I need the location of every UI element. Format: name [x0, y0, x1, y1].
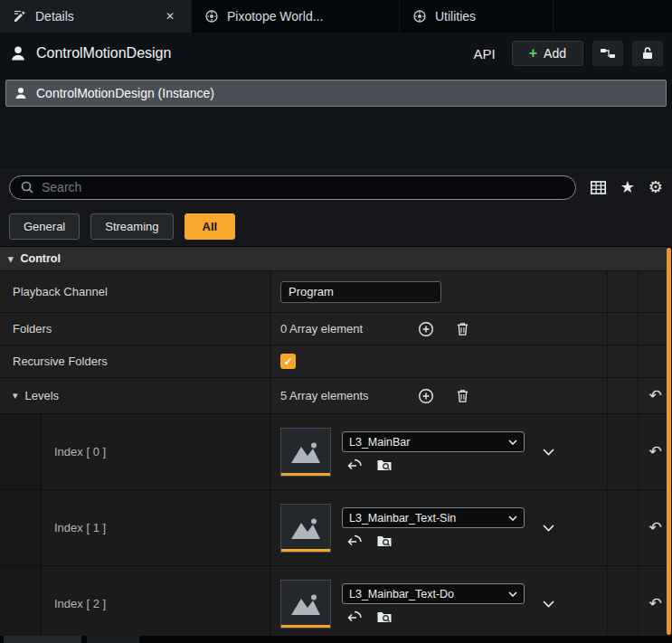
use-selected-asset-icon[interactable]: [346, 458, 363, 472]
tab-details[interactable]: Details ✕: [0, 0, 192, 33]
tab-pixotope-world[interactable]: Pixotope World...: [192, 0, 400, 33]
tab-details-label: Details: [35, 9, 74, 24]
chevron-down-icon[interactable]: ▾: [13, 390, 18, 402]
bottom-edge: [0, 636, 672, 643]
use-selected-asset-icon[interactable]: [346, 534, 363, 548]
row-playback-channel: Playback Channel: [0, 271, 672, 313]
header-actions: API + Add: [467, 41, 663, 66]
tab-utilities[interactable]: Utilities: [400, 0, 554, 33]
section-control[interactable]: ▾ Control: [0, 247, 672, 271]
add-button[interactable]: + Add: [512, 41, 583, 66]
reset-to-default-icon[interactable]: ↶: [648, 520, 661, 535]
instance-row[interactable]: ControlMotionDesign (Instance): [5, 80, 667, 107]
favorites-star-icon[interactable]: ★: [620, 179, 635, 195]
array-item-label: Index [ 2 ]: [0, 566, 271, 641]
scrollbar-track[interactable]: [667, 247, 672, 643]
bottom-tab-stub: [4, 636, 81, 643]
array-item-label: Index [ 0 ]: [0, 414, 271, 489]
spacer-cell: [607, 271, 638, 312]
utilities-tab-icon: [412, 9, 427, 24]
filter-row: General Streaming All: [0, 206, 672, 246]
pixotope-world-tab-icon: [204, 9, 219, 24]
add-element-icon[interactable]: [418, 321, 434, 337]
chevron-down-icon: [508, 440, 517, 445]
spacer-cell: [607, 345, 638, 377]
spacer-cell: [607, 566, 638, 641]
details-tab-icon: [13, 9, 27, 24]
expand-chevron-icon[interactable]: [543, 449, 554, 456]
spacer-cell: [607, 414, 638, 489]
array-item-label: Index [ 1 ]: [0, 490, 271, 565]
row-folders: Folders 0 Array element: [0, 313, 672, 345]
details-panel: Details ✕ Pixotope World... Utilities Co…: [0, 0, 672, 643]
actor-icon: [9, 44, 27, 62]
reset-to-default-icon[interactable]: ↶: [648, 596, 661, 611]
asset-select-dropdown[interactable]: L3_Mainbar_Text-Sin: [342, 507, 525, 528]
folders-count: 0 Array element: [280, 322, 407, 336]
levels-count: 5 Array elements: [280, 389, 407, 402]
search-row: ★ ⚙: [0, 168, 672, 206]
tab-utilities-label: Utilities: [435, 9, 476, 24]
tab-pixotope-world-label: Pixotope World...: [227, 9, 323, 24]
asset-name: L3_Mainbar_Text-Do: [349, 588, 503, 600]
property-label: Levels: [25, 389, 60, 402]
row-recursive-folders: Recursive Folders ✓: [0, 345, 672, 378]
chevron-down-icon: [508, 591, 517, 597]
plus-icon: +: [529, 46, 537, 61]
browse-to-asset-icon[interactable]: [376, 610, 393, 624]
spacer-cell: [607, 490, 638, 565]
property-label: Folders: [0, 313, 271, 345]
search-input[interactable]: [42, 180, 565, 194]
spacer-cell: [607, 313, 638, 345]
filter-all-button[interactable]: All: [185, 213, 236, 240]
use-selected-asset-icon[interactable]: [346, 610, 363, 624]
instance-list: ControlMotionDesign (Instance): [0, 74, 672, 168]
add-button-label: Add: [544, 46, 566, 61]
tab-bar: Details ✕ Pixotope World... Utilities: [0, 0, 672, 33]
expand-chevron-icon[interactable]: [543, 525, 554, 532]
bottom-tab-stub: [87, 636, 139, 643]
lock-button[interactable]: [632, 41, 663, 66]
filter-general-button[interactable]: General: [9, 213, 80, 240]
asset-name: L3_Mainbar_Text-Sin: [349, 512, 503, 525]
playback-channel-input[interactable]: [280, 281, 441, 303]
trash-icon[interactable]: [456, 388, 469, 403]
property-grid: ▾ Control Playback Channel Folders 0 Arr…: [0, 246, 672, 643]
instance-label: ControlMotionDesign (Instance): [36, 86, 214, 100]
asset-name: L3_MainBar: [349, 436, 503, 449]
asset-select-dropdown[interactable]: L3_Mainbar_Text-Do: [342, 583, 525, 604]
panel-header: ControlMotionDesign API + Add: [0, 33, 672, 74]
api-button[interactable]: API: [467, 43, 503, 65]
browse-to-asset-icon[interactable]: [376, 458, 393, 472]
node-graph-icon: [600, 47, 616, 60]
chevron-down-icon: [508, 515, 517, 521]
spacer-cell: [607, 378, 638, 413]
page-title: ControlMotionDesign: [36, 45, 171, 61]
row-level-item-0: Index [ 0 ] L3_MainBar: [0, 414, 672, 490]
recursive-folders-checkbox[interactable]: ✓: [280, 354, 296, 369]
expand-chevron-icon[interactable]: [543, 600, 554, 608]
property-matrix-icon[interactable]: [590, 179, 607, 196]
asset-thumbnail[interactable]: [280, 580, 331, 629]
filter-streaming-button[interactable]: Streaming: [90, 213, 173, 240]
scrollbar-thumb[interactable]: [667, 248, 671, 635]
blueprint-graph-button[interactable]: [592, 41, 623, 66]
actor-instance-icon: [14, 86, 28, 100]
lock-icon: [641, 46, 654, 61]
chevron-down-icon: ▾: [8, 253, 14, 265]
browse-to-asset-icon[interactable]: [376, 534, 393, 548]
row-levels: ▾ Levels 5 Array elements ↶: [0, 378, 672, 414]
check-icon: ✓: [283, 356, 292, 367]
reset-to-default-icon[interactable]: ↶: [648, 444, 661, 459]
search-box: [9, 175, 576, 200]
add-element-icon[interactable]: [418, 388, 434, 404]
property-label: Recursive Folders: [0, 345, 271, 377]
row-level-item-1: Index [ 1 ] L3_Mainbar_Text-Sin: [0, 490, 672, 566]
asset-thumbnail[interactable]: [280, 428, 331, 477]
asset-thumbnail[interactable]: [280, 504, 331, 553]
asset-select-dropdown[interactable]: L3_MainBar: [342, 431, 525, 452]
settings-gear-icon[interactable]: ⚙: [648, 179, 663, 195]
trash-icon[interactable]: [456, 321, 469, 336]
close-icon[interactable]: ✕: [162, 8, 178, 24]
reset-to-default-icon[interactable]: ↶: [648, 388, 661, 403]
